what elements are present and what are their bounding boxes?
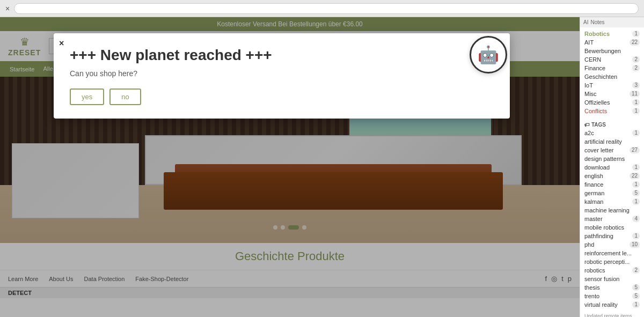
tag-virtual-reality[interactable]: virtual reality1 bbox=[584, 300, 640, 309]
sidebar-label-conflicts: Conflicts bbox=[584, 108, 607, 114]
close-button[interactable]: × bbox=[5, 4, 10, 13]
url-bar[interactable] bbox=[14, 3, 639, 14]
tag-robotics[interactable]: robotics2 bbox=[584, 266, 640, 275]
tag-cover-letter[interactable]: cover letter27 bbox=[584, 146, 640, 154]
sidebar-tags-title: 🏷 TAGS bbox=[584, 120, 640, 129]
tag-icon: 🏷 bbox=[584, 122, 590, 128]
popup-yes-button[interactable]: yes bbox=[70, 89, 104, 105]
robot-face: 🤖 bbox=[478, 45, 499, 65]
sidebar-item-geschichten[interactable]: Geschichten bbox=[584, 72, 640, 81]
tag-pathfinding[interactable]: pathfinding1 bbox=[584, 232, 640, 240]
tag-german[interactable]: german5 bbox=[584, 189, 640, 197]
sidebar-item-iot[interactable]: IoT 3 bbox=[584, 81, 640, 90]
tag-design-patterns[interactable]: design patterns bbox=[584, 154, 640, 163]
tag-finance[interactable]: finance1 bbox=[584, 180, 640, 189]
sidebar-item-ait[interactable]: AIT 22 bbox=[584, 38, 640, 47]
sidebar-ai-tab[interactable]: AI bbox=[583, 19, 588, 25]
browser-bar: × bbox=[0, 0, 644, 17]
sidebar-label-cern: CERN bbox=[584, 56, 601, 63]
sidebar-label-offizielles: Offizielles bbox=[584, 99, 610, 106]
tag-machine-learning[interactable]: machine learning bbox=[584, 206, 640, 215]
popup-buttons: yes no bbox=[70, 89, 494, 105]
sidebar-item-finance[interactable]: Finance 2 bbox=[584, 64, 640, 72]
sidebar-item-offizielles[interactable]: Offizielles 1 bbox=[584, 98, 640, 107]
sidebar-item-conflicts[interactable]: Conflicts 1 bbox=[584, 107, 640, 115]
popup-title: +++ New planet reached +++ bbox=[70, 47, 494, 64]
sidebar-label-geschichten: Geschichten bbox=[584, 73, 617, 80]
sidebar-count-ait: 22 bbox=[630, 39, 640, 46]
sidebar-categories: Robotics 1 AIT 22 Bewerbungen CERN 2 Fin… bbox=[580, 27, 644, 117]
tag-download[interactable]: download1 bbox=[584, 163, 640, 172]
popup-no-button[interactable]: no bbox=[109, 89, 141, 105]
sidebar-count-offizielles: 1 bbox=[632, 99, 640, 106]
sidebar-count-finance: 2 bbox=[632, 65, 640, 71]
tag-sensor-fusion[interactable]: sensor fusion bbox=[584, 275, 640, 283]
sidebar-item-robotics[interactable]: Robotics 1 bbox=[584, 30, 640, 38]
sidebar-label-finance: Finance bbox=[584, 65, 605, 71]
tag-english[interactable]: english22 bbox=[584, 172, 640, 180]
tag-artificial-reality[interactable]: artificial reality bbox=[584, 137, 640, 146]
right-sidebar: AI Notes Robotics 1 AIT 22 Bewerbungen C… bbox=[580, 17, 644, 317]
tag-thesis[interactable]: thesis5 bbox=[584, 283, 640, 292]
popup-dialog: × +++ New planet reached +++ Can you sho… bbox=[54, 33, 510, 119]
tag-a2c[interactable]: a2c1 bbox=[584, 129, 640, 137]
tag-mobile-robotics[interactable]: mobile robotics bbox=[584, 223, 640, 232]
shop-area: Kostenloser Versand Bei Bestellungen übe… bbox=[0, 17, 580, 317]
robot-icon[interactable]: 🤖 bbox=[470, 36, 507, 73]
sidebar-count-cern: 2 bbox=[632, 56, 640, 63]
popup-subtitle: Can you shop here? bbox=[70, 69, 494, 78]
tag-master[interactable]: master4 bbox=[584, 215, 640, 223]
sidebar-item-bewerbungen[interactable]: Bewerbungen bbox=[584, 47, 640, 55]
sidebar-status: Updated remote items. Fetched items: 1/1… bbox=[580, 311, 644, 317]
sidebar-label-misc: Misc bbox=[584, 91, 597, 97]
sidebar-item-cern[interactable]: CERN 2 bbox=[584, 55, 640, 64]
tag-phd[interactable]: phd10 bbox=[584, 240, 640, 249]
sidebar-label-robotics: Robotics bbox=[584, 31, 610, 37]
tag-robotic-perception[interactable]: robotic percepti... bbox=[584, 257, 640, 266]
tag-kalman[interactable]: kalman1 bbox=[584, 197, 640, 206]
sidebar-notes-tab[interactable]: Notes bbox=[590, 19, 604, 25]
sidebar-item-misc[interactable]: Misc 11 bbox=[584, 90, 640, 98]
popup-close-button[interactable]: × bbox=[59, 39, 64, 48]
tag-trento[interactable]: trento5 bbox=[584, 292, 640, 300]
tag-reinforcement[interactable]: reinforcement le... bbox=[584, 249, 640, 257]
sidebar-top: AI Notes bbox=[580, 17, 644, 27]
sidebar-tags-section: 🏷 TAGS a2c1 artificial reality cover let… bbox=[580, 117, 644, 311]
sidebar-count-conflicts: 1 bbox=[632, 108, 640, 114]
sidebar-label-iot: IoT bbox=[584, 82, 593, 89]
sidebar-count-misc: 11 bbox=[630, 91, 640, 97]
sidebar-label-ait: AIT bbox=[584, 39, 594, 46]
sidebar-count-robotics: 1 bbox=[632, 31, 640, 37]
sidebar-label-bewerbungen: Bewerbungen bbox=[584, 48, 621, 54]
sidebar-count-iot: 3 bbox=[632, 82, 640, 89]
